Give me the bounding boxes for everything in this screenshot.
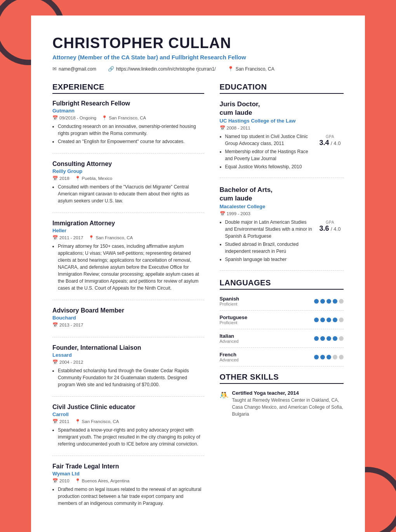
lang-item-french: French Advanced (220, 352, 344, 366)
dot (327, 336, 331, 341)
dot (314, 336, 319, 341)
lang-level: Proficient (220, 320, 248, 325)
bullet-item: Membership editor of the Hastings Race a… (225, 148, 313, 162)
edu-content: Double major in Latin American Studies a… (220, 219, 344, 264)
lang-dots (314, 299, 344, 304)
lang-level: Advanced (220, 339, 239, 344)
dot (327, 299, 331, 304)
edu-school: UC Hastings College of the Law (220, 118, 344, 124)
lang-name: Portuguese (220, 314, 248, 320)
edu-degree: Bachelor of Arts,cum laude (220, 186, 344, 203)
contact-bar: ✉ name@gmail.com 🔗 https://www.linkedin.… (52, 66, 344, 72)
calendar-icon: 📅 (220, 125, 225, 131)
skill-content: Certified Yoga teacher, 2014 Taught at R… (232, 390, 344, 418)
bullet-item: Created an "English for Empowerment" cou… (58, 138, 204, 145)
lang-level: Proficient (220, 302, 240, 306)
body-columns: EXPERIENCE Fulbright Research Fellow Gut… (52, 83, 344, 522)
dot (314, 318, 319, 322)
gpa-value: 3.4 / 4.0 (316, 139, 344, 147)
dot (314, 299, 319, 304)
exp-date: 📅 2018 (52, 176, 69, 181)
skill-name: Certified Yoga teacher, 2014 (232, 390, 344, 396)
lang-item-spanish: Spanish Proficient (220, 296, 344, 311)
exp-role: Founder, International Liaison (52, 344, 204, 351)
edu-item-ba: Bachelor of Arts,cum laude Macalester Co… (220, 186, 344, 271)
bullet-item: Studied abroad in Brazil, conducted inde… (225, 241, 313, 255)
email-contact: ✉ name@gmail.com (52, 66, 96, 72)
bullet-item: Primary attorney for 150+ cases, includi… (58, 243, 204, 292)
exp-role: Immigration Attorney (52, 220, 204, 227)
gpa-block: GPA 3.6 / 4.0 (316, 219, 344, 264)
linkedin-value: https://www.linkedin.com/in/christophe r… (116, 66, 216, 72)
exp-date: 📅 2004 - 2012 (52, 359, 83, 365)
edu-meta: 📅 1999 - 2003 (220, 211, 344, 216)
lang-info: Spanish Proficient (220, 296, 240, 306)
resume-container: CHRISTOPHER CULLAN Attorney (Member of t… (31, 16, 365, 532)
exp-date: 📅 2010 (52, 478, 69, 484)
other-skills-section-title: OTHER SKILLS (220, 373, 344, 384)
edu-school: Macalester College (220, 204, 344, 209)
linkedin-contact: 🔗 https://www.linkedin.com/in/christophe… (108, 66, 216, 72)
lang-item-portuguese: Portuguese Proficient (220, 314, 344, 329)
exp-item-reilly: Consulting Attorney Reilly Group 📅 2018 … (52, 161, 204, 213)
exp-company: Wyman Ltd (52, 471, 204, 477)
gpa-block: GPA 3.4 / 4.0 (316, 133, 344, 171)
exp-location: 📍 Puebla, Mexico (75, 176, 113, 181)
location-icon: 📍 (75, 478, 80, 484)
gpa-value: 3.6 / 4.0 (316, 225, 344, 233)
bullet-item: Equal Justice Works fellowship, 2010 (225, 163, 313, 170)
dot (327, 355, 331, 359)
email-value: name@gmail.com (59, 66, 96, 72)
exp-role: Advisory Board Member (52, 307, 204, 314)
bullet-item: Drafted memo on legal issues related to … (58, 486, 204, 507)
dot (339, 355, 344, 359)
lang-name: Spanish (220, 296, 240, 302)
exp-bullets: Drafted memo on legal issues related to … (52, 486, 204, 507)
dot (327, 318, 331, 322)
exp-date: 📅 2013 - 2017 (52, 322, 83, 328)
dot (333, 299, 337, 304)
education-section-title: EDUCATION (220, 83, 344, 94)
yoga-icon: 🤼 (220, 391, 228, 418)
lang-item-italian: Italian Advanced (220, 333, 344, 348)
exp-location: 📍 Buenos Aires, Argentina (75, 478, 130, 484)
dot (314, 355, 319, 359)
exp-role: Fair Trade Legal Intern (52, 463, 204, 470)
exp-location: 📍 San Francisco, CA (89, 235, 133, 240)
exp-date: 📅 2011 - 2017 (52, 235, 83, 240)
candidate-title: Attorney (Member of the CA State bar) an… (52, 54, 344, 60)
exp-item-lessard: Founder, International Liaison Lessard 📅… (52, 344, 204, 397)
exp-date: 📅 09/2018 - Ongoing (52, 115, 96, 121)
exp-company: Lessard (52, 352, 204, 358)
lang-dots (314, 336, 344, 341)
lang-info: Italian Advanced (220, 333, 239, 344)
gpa-label: GPA (316, 135, 344, 139)
edu-item-jd: Juris Doctor,cum laude UC Hastings Colle… (220, 100, 344, 178)
exp-role: Fulbright Research Fellow (52, 100, 204, 107)
location-icon: 📍 (75, 419, 80, 424)
dot (333, 355, 337, 359)
exp-meta: 📅 09/2018 - Ongoing 📍 San Francisco, CA (52, 115, 204, 121)
exp-meta: 📅 2018 📍 Puebla, Mexico (52, 176, 204, 181)
bullet-item: Consulted with members of the "Viacrucis… (58, 183, 204, 204)
exp-company: Bouchard (52, 315, 204, 321)
exp-item-wyman: Fair Trade Legal Intern Wyman Ltd 📅 2010… (52, 463, 204, 515)
exp-role: Consulting Attorney (52, 161, 204, 168)
linkedin-icon: 🔗 (108, 66, 114, 72)
calendar-icon: 📅 (220, 211, 225, 216)
lang-dots (314, 355, 344, 359)
exp-bullets: Primary attorney for 150+ cases, includi… (52, 243, 204, 292)
right-column: EDUCATION Juris Doctor,cum laude UC Hast… (220, 83, 344, 522)
bullet-item: Double major in Latin American Studies a… (225, 219, 313, 240)
candidate-name: CHRISTOPHER CULLAN (52, 35, 344, 52)
exp-meta: 📅 2013 - 2017 (52, 322, 204, 328)
calendar-icon: 📅 (52, 235, 58, 240)
exp-meta: 📅 2004 - 2012 (52, 359, 204, 365)
lang-level: Advanced (220, 358, 239, 362)
location-icon: 📍 (102, 115, 107, 121)
email-icon: ✉ (52, 66, 57, 72)
dot (339, 299, 344, 304)
edu-bullets: Named top student in Civil Justice Clini… (220, 133, 313, 171)
exp-company: Reilly Group (52, 168, 204, 174)
dot (339, 336, 344, 341)
